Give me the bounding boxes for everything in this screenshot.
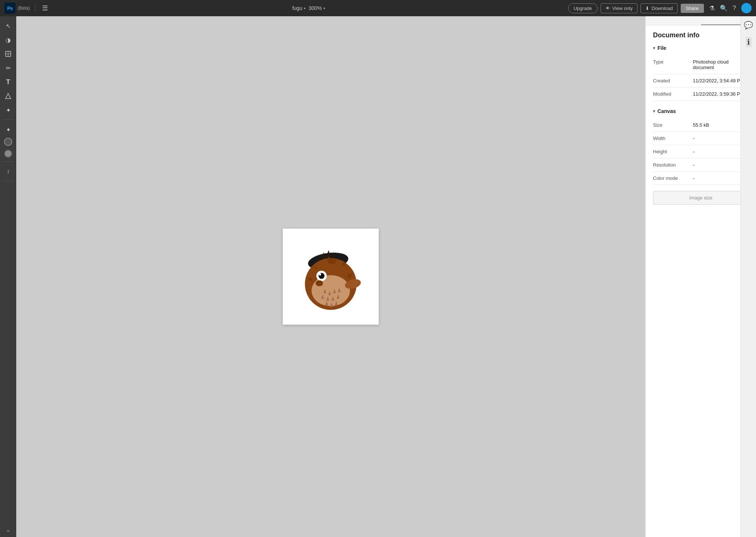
type-label: Type — [653, 59, 690, 65]
viewonly-label: View only — [612, 6, 633, 11]
panel-title: Document info — [653, 31, 749, 39]
eyedropper-tool[interactable]: ✦ — [2, 124, 14, 136]
search-icon[interactable]: 🔍 — [720, 4, 728, 12]
help-icon[interactable]: ? — [733, 4, 736, 12]
panel-tabs — [646, 16, 756, 25]
svg-marker-3 — [6, 93, 11, 99]
fugu-artwork — [288, 236, 373, 317]
background-color[interactable] — [4, 150, 12, 158]
lasso-tool[interactable]: ◑ — [2, 34, 14, 46]
brush-tool[interactable]: ✏ — [2, 62, 14, 74]
avatar[interactable] — [741, 3, 752, 13]
svg-point-9 — [312, 275, 350, 306]
width-row: Width - — [653, 132, 749, 145]
move-tool[interactable]: ✦ — [2, 104, 14, 116]
comment-panel-icon[interactable]: 💬 — [744, 21, 753, 30]
document-canvas — [283, 229, 379, 325]
resolution-label: Resolution — [653, 162, 690, 168]
svg-point-13 — [316, 280, 323, 286]
hamburger-menu-icon[interactable]: ☰ — [41, 3, 49, 14]
file-section-chevron-icon: ▾ — [653, 46, 655, 51]
shape-icon — [5, 93, 11, 99]
zoom-text: 300% — [309, 5, 322, 11]
colormode-label: Color mode — [653, 175, 690, 181]
width-label: Width — [653, 136, 690, 141]
topbar-center: fugu ▾ 300% ▾ — [53, 5, 564, 11]
height-label: Height — [653, 149, 690, 154]
created-row: Created 11/22/2022, 3:54:49 PM — [653, 74, 749, 88]
select-tool[interactable]: ↖ — [2, 20, 14, 32]
tool-separator-3 — [3, 181, 13, 181]
tab-comments[interactable] — [646, 18, 701, 25]
main-area: ↖ ◑ ✏ T ✦ ✦ ↕ « — [0, 16, 756, 537]
tool-separator-1 — [3, 120, 13, 120]
far-right-panel: 💬 ℹ — [740, 16, 756, 537]
modified-label: Modified — [653, 91, 690, 97]
eye-icon: 👁 — [605, 6, 610, 11]
zoom-selector[interactable]: 300% ▾ — [309, 5, 325, 11]
modified-row: Modified 11/22/2022, 3:59:36 PM — [653, 88, 749, 101]
foreground-color[interactable] — [4, 138, 12, 146]
collapse-toolbar-icon[interactable]: « — [7, 528, 9, 533]
topbar: Ps (Beta) ☰ fugu ▾ 300% ▾ Upgrade 👁 View… — [0, 0, 756, 16]
adjust-tool[interactable]: ↕ — [2, 165, 14, 177]
app-logo-group: Ps (Beta) — [4, 3, 30, 14]
colormode-row: Color mode - — [653, 172, 749, 185]
left-toolbar: ↖ ◑ ✏ T ✦ ✦ ↕ « — [0, 16, 16, 537]
right-panel: Document info ▾ File Type Photoshop clou… — [645, 16, 756, 537]
transform-icon — [5, 51, 11, 57]
type-row: Type Photoshop cloud document — [653, 55, 749, 74]
text-tool[interactable]: T — [2, 76, 14, 88]
beta-label: (Beta) — [18, 6, 30, 11]
document-info-panel: Document info ▾ File Type Photoshop clou… — [646, 25, 756, 537]
filename-text: fugu — [292, 5, 302, 11]
upgrade-button[interactable]: Upgrade — [568, 3, 598, 13]
tool-separator-2 — [3, 161, 13, 162]
canvas-section-label: Canvas — [657, 108, 676, 114]
topbar-icon-group: ⚗ 🔍 ? — [709, 3, 752, 13]
size-label: Size — [653, 122, 690, 128]
ps-logo: Ps — [4, 3, 16, 14]
image-size-button: Image size — [653, 191, 749, 205]
file-section-header[interactable]: ▾ File — [653, 45, 749, 51]
canvas-section-header[interactable]: ▾ Canvas — [653, 108, 749, 114]
topbar-divider-1 — [35, 4, 35, 12]
height-row: Height - — [653, 145, 749, 158]
download-icon: ⬇ — [645, 6, 649, 11]
size-row: Size 55.5 kB — [653, 119, 749, 132]
resolution-row: Resolution - — [653, 158, 749, 172]
file-section-label: File — [657, 45, 666, 51]
svg-point-12 — [319, 273, 321, 276]
created-label: Created — [653, 78, 690, 83]
filename-selector[interactable]: fugu ▾ — [292, 5, 306, 11]
download-label: Download — [652, 6, 673, 11]
viewonly-button[interactable]: 👁 View only — [601, 3, 638, 13]
filename-chevron-icon: ▾ — [304, 6, 306, 10]
share-button[interactable]: Share — [681, 4, 704, 13]
topbar-right: Upgrade 👁 View only ⬇ Download Share ⚗ 🔍… — [568, 3, 752, 13]
transform-tool[interactable] — [2, 48, 14, 60]
canvas-area — [16, 16, 645, 537]
zoom-chevron-icon: ▾ — [323, 6, 325, 10]
download-button[interactable]: ⬇ Download — [640, 3, 678, 13]
shape-tool[interactable] — [2, 90, 14, 102]
canvas-section-chevron-icon: ▾ — [653, 109, 655, 114]
flask-icon[interactable]: ⚗ — [709, 4, 715, 12]
info-panel-icon[interactable]: ℹ — [746, 37, 752, 47]
